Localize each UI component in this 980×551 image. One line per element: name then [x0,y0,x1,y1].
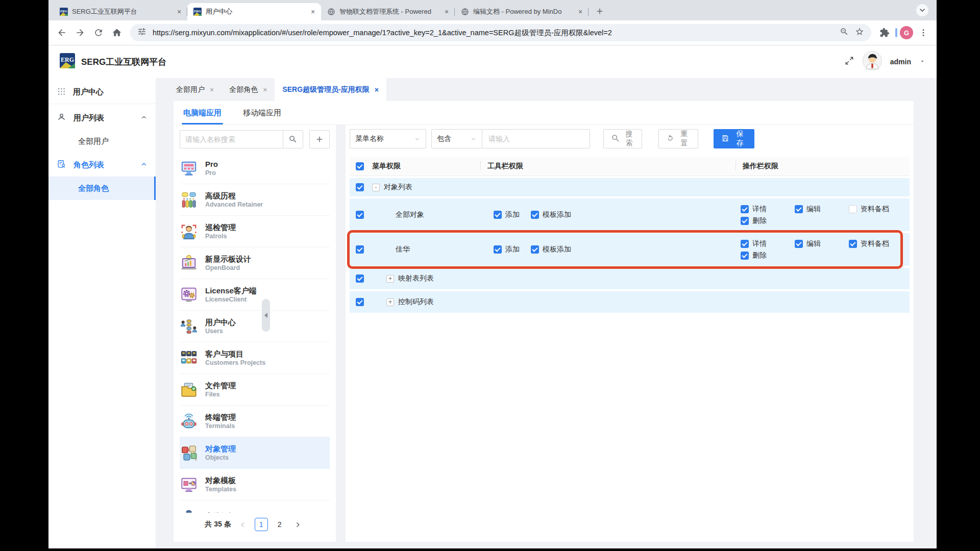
expand-row-icon[interactable]: + [386,275,394,283]
checkbox[interactable] [356,162,364,170]
expand-row-icon[interactable]: + [386,298,394,306]
reload-button[interactable] [90,24,107,41]
sidebar-item-role-list[interactable]: 角色列表 [48,153,156,177]
app-list-item[interactable]: 巡检管理 Patrols [180,216,330,247]
checkbox[interactable] [849,205,857,213]
app-search-input[interactable] [180,130,283,148]
operator-select[interactable]: 包含 [431,129,482,148]
browser-tab[interactable]: 智物联文档管理系统 - Powered × [321,3,455,20]
user-avatar[interactable] [863,51,882,72]
checkbox[interactable] [849,240,857,248]
app-list-item[interactable]: 对象模板 Templates [180,469,330,500]
close-icon[interactable]: × [263,86,267,94]
sidebar-item-user-list[interactable]: 用户列表 [48,106,156,130]
tab-close-icon[interactable]: × [175,8,183,16]
checkbox[interactable] [741,240,749,248]
collapse-row-icon[interactable]: - [372,184,380,191]
browser-tab[interactable]: 编辑文档 - Powered by MinDo × [455,3,589,20]
checkbox[interactable] [531,211,539,219]
app-list-item[interactable]: 对象管理 Objects [180,437,330,469]
checkbox[interactable] [741,252,749,260]
checkbox[interactable] [531,245,539,254]
subtab[interactable]: 电脑端应用 [182,101,223,124]
sidebar-subitem[interactable]: 全部角色 [48,177,156,200]
app-list-item[interactable]: License客户端 LicenseClient [180,279,330,311]
app-header: ERG SERG工业互联网平台 admin [48,45,937,78]
sidebar-item-user-center[interactable]: 用户中心 [48,80,156,104]
checkbox[interactable] [356,211,364,219]
chevron-up-icon[interactable] [140,114,148,122]
add-app-button[interactable] [309,130,330,148]
zoom-out-icon[interactable] [840,27,849,38]
checkbox[interactable] [795,205,803,213]
subtab[interactable]: 移动端应用 [241,101,283,124]
tab-close-icon[interactable]: × [309,8,317,16]
user-menu-caret-icon[interactable] [919,57,925,66]
workspace-tab[interactable]: 全部角色× [222,78,275,101]
tab-close-icon[interactable]: × [443,8,451,16]
chevron-up-icon[interactable] [140,161,148,169]
next-page-icon[interactable] [291,518,305,531]
app-list-item[interactable]: 文件管理 Files [180,374,330,406]
browser-tab[interactable]: ERG 用户中心 × [187,3,321,20]
page-number[interactable]: 2 [273,518,286,531]
forward-button[interactable] [72,24,88,41]
checkbox[interactable] [356,183,364,191]
screen: ERG SERG工业互联网平台 ×ERG 用户中心 × 智物联文档管理系统 - … [0,0,980,551]
checkbox[interactable] [356,245,364,254]
filter-value-input[interactable] [487,134,584,143]
table-header: 菜单权限 工具栏权限 操作栏权限 [350,157,910,176]
checkbox[interactable] [741,217,749,225]
permission-row: +映射表列表 [350,268,910,289]
browser-tab[interactable]: ERG SERG工业互联网平台 × [54,3,187,20]
checkbox[interactable] [795,240,803,248]
checkbox[interactable] [356,298,364,306]
browser-profile-avatar[interactable]: G [900,26,913,39]
close-icon[interactable]: × [210,86,214,94]
app-list-item[interactable]: 客户与项目 Customers Projects [180,342,330,374]
checkbox[interactable] [356,274,364,283]
collapse-arrow-icon [264,313,267,318]
user-name[interactable]: admin [890,58,911,66]
app-list-item[interactable]: 新显示板设计 OpenBoard [180,247,330,279]
app-title: SERG工业互联网平台 [81,56,166,68]
bookmark-star-icon[interactable] [855,27,864,38]
search-button[interactable]: 搜索 [603,129,642,148]
back-button[interactable] [54,24,70,41]
fullscreen-toggle-icon[interactable] [844,56,854,68]
pinned-extension-icon[interactable] [895,28,898,38]
checkbox[interactable] [494,245,502,254]
checkbox[interactable] [494,211,502,219]
prev-page-icon[interactable] [236,518,250,531]
new-tab-button[interactable] [593,4,607,18]
reset-button[interactable]: 重置 [658,129,698,148]
permission-row: +控制码列表 [350,291,910,313]
permission-row: -对象列表 [350,178,910,196]
home-button[interactable] [109,24,125,41]
address-bar[interactable]: https://serg.mixyun.com/mixapplication/#… [130,24,871,41]
tab-close-icon[interactable]: × [576,8,584,16]
extensions-icon[interactable] [876,24,893,41]
panel-collapse-handle[interactable] [262,299,270,332]
app-list-item[interactable]: 离线数据 [180,500,330,513]
workspace-tab[interactable]: SERG超级管理员-应用权限× [275,78,386,101]
workspace-tab[interactable]: 全部用户× [168,78,222,101]
reset-icon [666,134,674,144]
site-settings-icon[interactable] [137,27,146,38]
tab-search-button[interactable] [916,4,928,16]
users-app-icon [180,317,198,336]
svg-text:ERG: ERG [60,9,67,13]
browser-menu-icon[interactable] [915,24,932,41]
close-icon[interactable]: × [375,86,379,94]
page-number[interactable]: 1 [255,518,268,531]
checkbox[interactable] [741,205,749,213]
save-button[interactable]: 保存 [714,129,754,148]
field-select[interactable]: 菜单名称 [350,129,426,148]
sidebar-subitem[interactable]: 全部用户 [48,130,156,153]
app-list-item[interactable]: Pro Pro [180,153,330,184]
chat-bars-app-icon [180,191,198,209]
app-list-item[interactable]: 高级历程 Advanced Retainer [180,184,330,216]
app-list-item[interactable]: 终端管理 Terminals [180,406,330,437]
app-search-button[interactable] [283,130,303,148]
app-list-item[interactable]: 用户中心 Users [180,311,330,342]
